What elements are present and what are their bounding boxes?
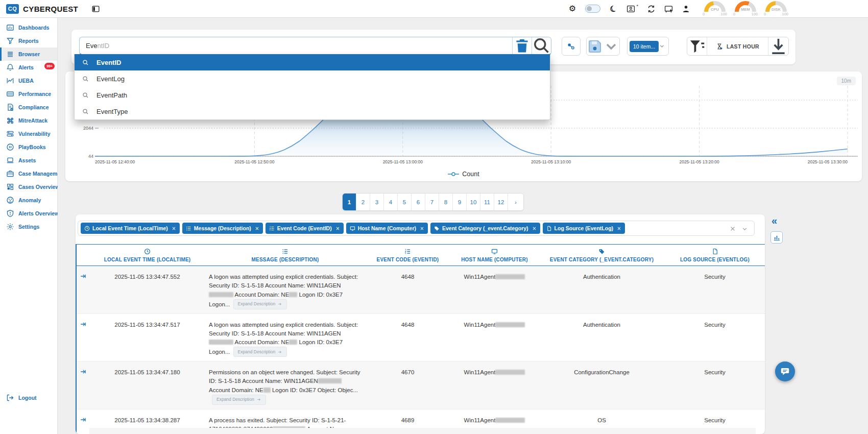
sidebar-toggle-icon[interactable] — [91, 5, 100, 13]
sidebar-item-cases-overview[interactable]: Cases Overview — [0, 180, 57, 194]
page-button-9[interactable]: 9 — [453, 194, 467, 210]
share-query-button[interactable] — [562, 37, 581, 56]
items-chevron-down-icon[interactable] — [659, 43, 665, 50]
redacted-text — [495, 418, 525, 423]
page-button-7[interactable]: 7 — [425, 194, 439, 210]
theme-toggle[interactable] — [585, 5, 600, 13]
expand-description-button[interactable]: Expand Description — [233, 299, 287, 309]
export-download-button[interactable] — [768, 37, 788, 55]
column-header[interactable]: MESSAGE (DESCRIPTION) — [205, 245, 366, 266]
user-icon[interactable] — [682, 5, 690, 13]
page-button-12[interactable]: 12 — [494, 194, 508, 210]
suggestion-item-eventtype[interactable]: EventType — [75, 103, 550, 119]
remove-chip-icon[interactable] — [255, 226, 259, 231]
pagination: 123456789101112› — [342, 193, 524, 211]
page-button-8[interactable]: 8 — [439, 194, 453, 210]
chart-legend[interactable]: Count — [65, 171, 862, 178]
column-chart-button[interactable] — [770, 231, 783, 244]
console-alert-icon[interactable] — [664, 5, 673, 13]
column-header[interactable]: LOG SOURCE (EVENTLOG) — [664, 245, 765, 266]
remove-chip-icon[interactable] — [335, 226, 340, 231]
sidebar-item-logout[interactable]: Logout — [0, 391, 57, 404]
page-button-10[interactable]: 10 — [467, 194, 480, 210]
event-message-cell: A logon was attempted using explicit cre… — [205, 314, 366, 361]
filter-chip[interactable]: Log Source (EventLog) — [543, 223, 625, 234]
sidebar-item-settings[interactable]: Settings — [0, 220, 57, 233]
columns-chevron-down-icon[interactable] — [741, 226, 748, 232]
next-page-button[interactable]: › — [508, 194, 523, 210]
refresh-icon[interactable] — [647, 5, 656, 13]
event-category-cell: Authentication — [539, 266, 664, 314]
reports-icon — [6, 37, 14, 45]
page-button-4[interactable]: 4 — [384, 194, 398, 210]
filter-chip[interactable]: Host Name (Computer) — [346, 223, 428, 234]
sidebar-item-assets[interactable]: Assets — [0, 154, 57, 167]
svg-text:2025-11-05 13:30:00: 2025-11-05 13:30:00 — [808, 159, 848, 164]
expand-description-button[interactable]: Expand Description — [212, 395, 266, 405]
sidebar-item-performance[interactable]: Performance — [0, 87, 57, 101]
sidebar-item-alerts[interactable]: Alerts99+ — [0, 61, 57, 74]
expand-row-arrow-icon[interactable] — [80, 273, 87, 280]
filter-chip[interactable]: Event Code (EventID) — [266, 223, 344, 234]
column-header[interactable]: EVENT CATEGORY (_EVENT.CATEGORY) — [539, 245, 664, 266]
items-count-button[interactable]: 10 item... — [630, 41, 659, 52]
filter-chip[interactable]: Event Category (_event.Category) — [430, 223, 540, 234]
sidebar-item-label: Vulnerability — [18, 131, 51, 137]
column-header[interactable]: EVENT CODE (EVENTID) — [366, 245, 450, 266]
search-input[interactable]: EventID — [80, 37, 512, 54]
redacted-text — [289, 292, 297, 297]
profile-card-icon[interactable]: * — [626, 5, 638, 13]
suggestion-item-eventpath[interactable]: EventPath — [75, 87, 550, 103]
expand-description-button[interactable]: Expand Description — [233, 347, 287, 357]
search-button[interactable] — [532, 37, 551, 54]
browser-icon — [6, 50, 14, 58]
sidebar-item-label: Compliance — [18, 104, 49, 110]
dark-mode-moon-icon[interactable]: ☾ — [608, 3, 619, 14]
tag-icon — [434, 226, 440, 231]
column-header[interactable]: HOST NAME (COMPUTER) — [450, 245, 539, 266]
column-header[interactable]: LOCAL EVENT TIME (LOCALTIME) — [90, 245, 205, 266]
sidebar-item-compliance[interactable]: Compliance — [0, 101, 57, 114]
suggestion-item-eventlog[interactable]: EventLog — [75, 70, 550, 87]
sidebar-item-case-management[interactable]: Case Management — [0, 167, 57, 180]
filter-chip[interactable]: Message (Description) — [182, 223, 263, 234]
sidebar-item-anomaly[interactable]: Anomaly — [0, 194, 57, 207]
save-chevron-down-icon[interactable] — [603, 38, 619, 55]
expand-row-arrow-icon[interactable] — [80, 368, 87, 375]
remove-chip-icon[interactable] — [617, 226, 621, 231]
sidebar-item-ueba[interactable]: UEBA — [0, 74, 57, 87]
clear-columns-icon[interactable] — [730, 226, 736, 232]
sidebar-item-dashboards[interactable]: Dashboards — [0, 21, 57, 34]
chat-support-button[interactable] — [775, 361, 795, 381]
time-range-button[interactable]: LAST HOUR — [707, 37, 768, 55]
page-button-6[interactable]: 6 — [412, 194, 425, 210]
clear-search-button[interactable] — [512, 37, 532, 54]
save-button[interactable] — [587, 38, 603, 55]
filter-chip[interactable]: Local Event Time (LocalTime) — [81, 223, 180, 234]
event-message-cell: A logon was attempted using explicit cre… — [205, 266, 366, 314]
sidebar-item-mitreattack[interactable]: ⌘MitreAttack — [0, 114, 57, 127]
remove-chip-icon[interactable] — [532, 226, 537, 231]
page-button-1[interactable]: 1 — [343, 194, 356, 210]
chip-label: Log Source (EventLog) — [554, 225, 614, 231]
page-button-11[interactable]: 11 — [480, 194, 494, 210]
page-button-3[interactable]: 3 — [370, 194, 384, 210]
filter-funnel-button[interactable] — [687, 37, 707, 55]
sidebar-item-alerts-overview[interactable]: Alerts Overview — [0, 207, 57, 220]
page-button-2[interactable]: 2 — [356, 194, 370, 210]
expand-row-arrow-icon[interactable] — [80, 416, 87, 423]
sidebar-item-playbooks[interactable]: PlayBooks — [0, 140, 57, 154]
settings-gear-icon[interactable]: ⚙ — [568, 5, 576, 13]
remove-chip-icon[interactable] — [420, 226, 424, 231]
settings-icon — [6, 223, 14, 231]
remove-chip-icon[interactable] — [172, 226, 176, 231]
sidebar-item-vulnerability[interactable]: Vulnerability — [0, 127, 57, 140]
sidebar-item-reports[interactable]: Reports — [0, 34, 57, 47]
svg-text:2044: 2044 — [83, 126, 93, 131]
expand-row-arrow-icon[interactable] — [80, 321, 87, 328]
system-gauges: CPU0100MEM0100DISK0100 — [702, 1, 789, 16]
sidebar-item-browser[interactable]: Browser — [0, 47, 57, 61]
suggestion-item-eventid[interactable]: EventID — [75, 54, 550, 70]
page-button-5[interactable]: 5 — [398, 194, 412, 210]
collapse-panel-icon[interactable]: « — [771, 215, 777, 226]
